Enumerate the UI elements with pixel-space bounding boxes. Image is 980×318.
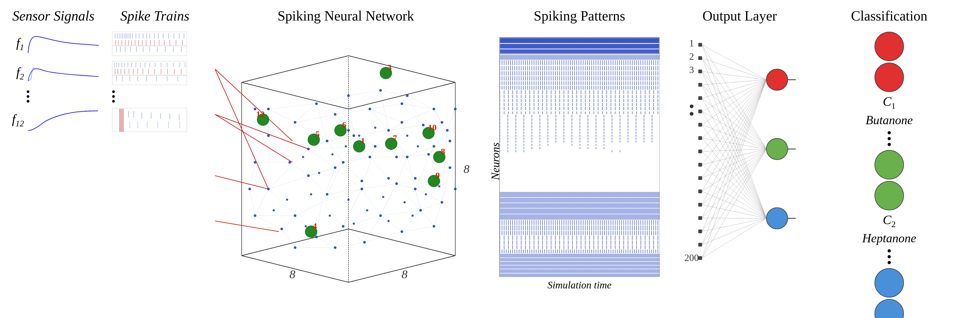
- sensor-signals-section: Sensor Signals f1 f2: [3, 5, 104, 132]
- class-c2-group: C2 Heptanone: [822, 150, 956, 245]
- class-c2-circle-1: [875, 150, 904, 179]
- svg-rect-393: [500, 203, 660, 208]
- svg-line-450: [702, 80, 766, 231]
- svg-line-142: [396, 184, 415, 189]
- svg-rect-423: [698, 136, 702, 140]
- svg-point-278: [379, 214, 382, 217]
- svg-point-294: [433, 145, 435, 148]
- svg-line-458: [702, 111, 766, 149]
- svg-line-475: [702, 111, 766, 218]
- svg-point-272: [361, 188, 363, 190]
- spike-raster-1: [112, 32, 187, 56]
- svg-point-252: [254, 161, 256, 164]
- svg-line-161: [402, 104, 423, 125]
- svg-line-166: [327, 141, 343, 162]
- svg-text:1: 1: [361, 136, 365, 146]
- sensor-label-f2: f2: [8, 65, 24, 82]
- svg-point-274: [369, 108, 371, 110]
- spike-trains-section: Spike Trains: [104, 5, 205, 132]
- svg-line-143: [396, 184, 421, 210]
- svg-line-149: [268, 122, 295, 136]
- svg-text:10: 10: [428, 123, 437, 132]
- svg-rect-395: [500, 214, 660, 220]
- svg-point-301: [267, 108, 270, 110]
- svg-point-281: [395, 156, 398, 158]
- raster-plot: /* rows generated below */: [500, 37, 660, 277]
- class-c2-circle-2: [875, 181, 904, 210]
- svg-rect-391: [500, 192, 660, 197]
- main-container: Sensor Signals f1 f2: [0, 0, 980, 318]
- svg-text:7: 7: [393, 133, 397, 143]
- svg-line-115: [268, 149, 309, 189]
- svg-rect-424: [698, 150, 702, 153]
- svg-point-325: [438, 185, 440, 187]
- svg-point-291: [422, 124, 425, 127]
- svg-rect-418: [698, 70, 702, 73]
- svg-point-297: [441, 201, 443, 204]
- class-dot-1c: [888, 143, 891, 146]
- svg-point-263: [334, 113, 336, 115]
- svg-text:12: 12: [256, 109, 265, 119]
- svg-point-299: [449, 140, 451, 142]
- svg-rect-405: [500, 262, 660, 265]
- svg-point-262: [326, 193, 328, 196]
- svg-point-254: [288, 161, 291, 164]
- sensor-dots-col: [27, 90, 29, 103]
- svg-point-313: [374, 127, 376, 129]
- svg-point-330: [387, 220, 390, 222]
- svg-rect-397: [500, 226, 660, 230]
- svg-rect-430: [698, 229, 702, 233]
- svg-rect-389: [500, 150, 531, 152]
- class-dot-2b: [888, 255, 891, 258]
- svg-rect-372: [500, 99, 660, 102]
- svg-line-123: [322, 168, 335, 203]
- svg-line-160: [402, 104, 434, 109]
- svg-line-233: [402, 226, 434, 232]
- svg-line-448: [702, 80, 766, 205]
- svg-line-235: [434, 203, 442, 226]
- svg-line-239: [250, 189, 255, 216]
- sensor-signals-title: Sensor Signals: [12, 8, 94, 24]
- svg-point-306: [454, 108, 457, 110]
- svg-point-259: [315, 102, 318, 105]
- svg-point-309: [318, 172, 320, 174]
- snn-diagram: 8 8 8: [215, 29, 477, 290]
- svg-rect-417: [698, 56, 702, 60]
- svg-line-470: [702, 45, 766, 218]
- svg-line-459: [702, 125, 766, 149]
- svg-line-135: [282, 216, 295, 229]
- svg-line-146: [415, 189, 442, 203]
- svg-point-273: [363, 241, 366, 244]
- spike-dot-1: [112, 90, 115, 93]
- svg-text:5: 5: [315, 129, 320, 139]
- class-dot-2a: [888, 249, 891, 252]
- svg-point-308: [302, 156, 304, 158]
- svg-line-203: [255, 136, 268, 162]
- svg-line-483: [702, 218, 766, 218]
- svg-point-288: [414, 177, 417, 180]
- svg-line-209: [290, 162, 309, 176]
- svg-line-192: [343, 226, 364, 242]
- svg-rect-387: [500, 147, 548, 149]
- svg-rect-366: [500, 71, 660, 76]
- svg-point-331: [412, 215, 414, 217]
- sensor-signals-area: f1 f2: [8, 32, 99, 132]
- svg-point-287: [406, 156, 409, 158]
- svg-rect-384: [500, 141, 660, 142]
- class-c20-circle-1: [875, 268, 904, 297]
- svg-line-220: [380, 90, 407, 96]
- spiking-patterns-section: Spiking Patterns Neurons /* rows generat…: [486, 5, 673, 291]
- class-c1-circles: [875, 32, 904, 92]
- svg-rect-383: [500, 138, 660, 140]
- svg-line-245: [215, 114, 293, 162]
- svg-line-452: [702, 80, 766, 258]
- raster-container: Neurons /* rows generated below */: [500, 32, 660, 291]
- svg-point-289: [414, 188, 417, 190]
- svg-point-310: [331, 153, 334, 155]
- svg-text:3: 3: [387, 63, 392, 72]
- svg-point-305: [294, 246, 296, 249]
- svg-rect-429: [698, 216, 702, 220]
- svg-point-267: [342, 225, 344, 228]
- svg-text:1: 1: [689, 38, 694, 49]
- svg-point-327: [273, 209, 275, 211]
